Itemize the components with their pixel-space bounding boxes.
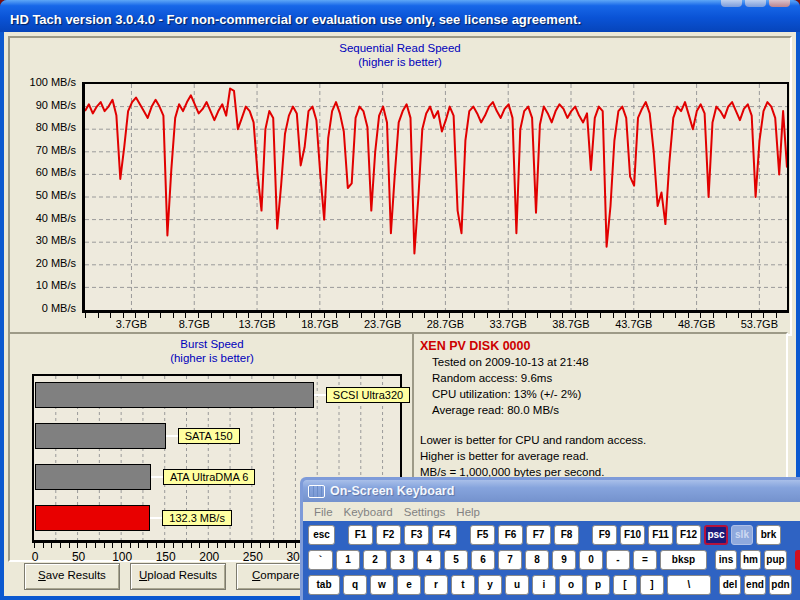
key-e[interactable]: e (397, 575, 421, 595)
bar-row: 132.3 MB/s (35, 505, 232, 531)
bar-label: SATA 150 (178, 428, 240, 444)
key-p[interactable]: p (586, 575, 610, 595)
sequential-x-minor-ticks (85, 313, 787, 318)
on-screen-keyboard-window: On-Screen Keyboard File Keyboard Setting… (300, 477, 800, 600)
x-tick-label: 33.7GB (478, 318, 538, 330)
key-f4[interactable]: F4 (432, 525, 457, 545)
key-f8[interactable]: F8 (554, 525, 579, 545)
y-tick-label: 0 MB/s (12, 302, 76, 314)
key-6[interactable]: 6 (471, 550, 495, 570)
key-ins[interactable]: ins (715, 550, 737, 570)
key-del[interactable]: del (719, 575, 741, 595)
key-backtick[interactable]: ` (308, 550, 333, 570)
key-2[interactable]: 2 (363, 550, 387, 570)
key-brk[interactable]: brk (756, 525, 781, 545)
x-tick-label: 8.7GB (164, 318, 224, 330)
menu-file[interactable]: File (314, 506, 333, 518)
minimize-button[interactable] (721, 0, 742, 7)
bar-label: SCSI Ultra320 (326, 387, 410, 403)
key-9[interactable]: 9 (552, 550, 576, 570)
key-row: `1234567890-=bkspinshmpup (308, 550, 800, 570)
upload-results-button[interactable]: Upload Results (130, 563, 226, 590)
y-tick-label: 90 MB/s (12, 99, 76, 111)
key-o[interactable]: o (559, 575, 583, 595)
key-pup[interactable]: pup (764, 550, 787, 570)
key-w[interactable]: w (370, 575, 394, 595)
random-access: Random access: 9.6ms (420, 370, 786, 386)
bar-label: 132.3 MB/s (162, 510, 232, 526)
sequential-read-plot (82, 82, 789, 313)
key-0[interactable]: 0 (579, 550, 603, 570)
key-f12[interactable]: F12 (676, 525, 701, 545)
osk-key-area: escF1F2F3F4F5F6F7F8F9F10F11F12pscslkbrk`… (303, 521, 800, 595)
key-bracket-open[interactable]: [ (613, 575, 637, 595)
key-t[interactable]: t (451, 575, 475, 595)
key-end[interactable]: end (744, 575, 766, 595)
x-tick-label: 43.7GB (604, 318, 664, 330)
maximize-button[interactable] (745, 0, 766, 7)
y-tick-label: 80 MB/s (12, 121, 76, 133)
cut-off-key-fragment (795, 550, 800, 570)
hdtach-titlebar[interactable]: HD Tach version 3.0.4.0 - For non-commer… (0, 0, 800, 32)
close-button[interactable] (769, 0, 790, 7)
key-y[interactable]: y (478, 575, 502, 595)
menu-keyboard[interactable]: Keyboard (344, 506, 393, 518)
x-tick-label: 18.7GB (290, 318, 350, 330)
save-results-button[interactable]: Save Results (24, 563, 120, 590)
menu-help[interactable]: Help (456, 506, 480, 518)
bar-sata-150 (35, 423, 166, 449)
y-tick-label: 30 MB/s (12, 234, 76, 246)
key-minus[interactable]: - (606, 550, 630, 570)
y-tick-label: 70 MB/s (12, 144, 76, 156)
y-tick-label: 40 MB/s (12, 212, 76, 224)
key-f2[interactable]: F2 (376, 525, 401, 545)
key-3[interactable]: 3 (390, 550, 414, 570)
osk-menubar: File Keyboard Settings Help (303, 502, 800, 521)
key-backslash[interactable]: \ (667, 575, 711, 595)
bar-ata-ultradma-6 (35, 464, 151, 490)
key-bksp[interactable]: bksp (660, 550, 707, 570)
key-1[interactable]: 1 (336, 550, 360, 570)
menu-settings[interactable]: Settings (404, 506, 446, 518)
key-4[interactable]: 4 (417, 550, 441, 570)
x-tick-label: 3.7GB (101, 318, 161, 330)
key-psc[interactable]: psc (704, 525, 728, 545)
bar-row: SATA 150 (35, 423, 240, 449)
key-8[interactable]: 8 (525, 550, 549, 570)
key-tab[interactable]: tab (308, 575, 340, 595)
key-7[interactable]: 7 (498, 550, 522, 570)
y-tick-label: 50 MB/s (12, 189, 76, 201)
key-q[interactable]: q (343, 575, 367, 595)
y-tick-label: 100 MB/s (12, 76, 76, 88)
key-i[interactable]: i (532, 575, 556, 595)
y-tick-label: 10 MB/s (12, 279, 76, 291)
window-title: HD Tach version 3.0.4.0 - For non-commer… (10, 12, 581, 27)
key-f3[interactable]: F3 (404, 525, 429, 545)
key-esc[interactable]: esc (308, 525, 335, 545)
key-f7[interactable]: F7 (526, 525, 551, 545)
key-f11[interactable]: F11 (648, 525, 673, 545)
key-f5[interactable]: F5 (470, 525, 495, 545)
x-tick-label: 23.7GB (353, 318, 413, 330)
key-f10[interactable]: F10 (620, 525, 645, 545)
x-tick-label: 53.7GB (729, 318, 789, 330)
key-bracket-close[interactable]: ] (640, 575, 664, 595)
key-r[interactable]: r (424, 575, 448, 595)
key-5[interactable]: 5 (444, 550, 468, 570)
key-f9[interactable]: F9 (592, 525, 617, 545)
osk-titlebar[interactable]: On-Screen Keyboard (303, 480, 800, 502)
key-hm[interactable]: hm (740, 550, 761, 570)
key-f6[interactable]: F6 (498, 525, 523, 545)
key-u[interactable]: u (505, 575, 529, 595)
key-equals[interactable]: = (633, 550, 657, 570)
device-name: XEN PV DISK 0000 (420, 338, 786, 354)
key-slk[interactable]: slk (731, 525, 753, 545)
key-pdn[interactable]: pdn (769, 575, 792, 595)
x-tick-label: 48.7GB (667, 318, 727, 330)
key-f1[interactable]: F1 (348, 525, 373, 545)
window-controls (721, 0, 790, 7)
bar-label-connector (314, 394, 326, 396)
x-tick-label: 28.7GB (415, 318, 475, 330)
sequential-read-panel: Sequential Read Speed (higher is better)… (8, 36, 792, 336)
note-higher-better: Higher is better for average read. (420, 448, 786, 464)
